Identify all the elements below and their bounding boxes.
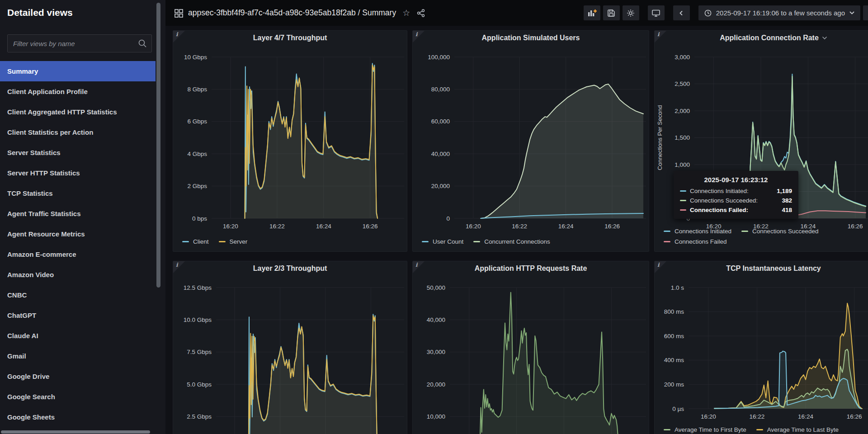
sidebar-item-agent-resource-metrics[interactable]: Agent Resource Metrics bbox=[0, 224, 156, 244]
sidebar-item-google-sheets[interactable]: Google Sheets bbox=[0, 407, 156, 427]
svg-text:16:24: 16:24 bbox=[798, 413, 813, 420]
sidebar-item-gmail[interactable]: Gmail bbox=[0, 346, 156, 366]
sidebar-item-server-statistics[interactable]: Server Statistics bbox=[0, 142, 156, 163]
panel-title[interactable]: Application Simulated Users bbox=[482, 34, 580, 42]
panel-title-chevron-down-icon[interactable] bbox=[822, 36, 827, 40]
application-simulated-users-chart[interactable]: 100,00080,00060,00040,00020,000016:2016:… bbox=[413, 31, 649, 251]
legend-item-average-time-to-last-byte[interactable]: Average Time to Last Byte bbox=[756, 426, 839, 433]
svg-text:3,000: 3,000 bbox=[675, 54, 690, 61]
svg-text:50,000: 50,000 bbox=[427, 284, 445, 291]
time-shift-forward-button[interactable] bbox=[863, 5, 868, 20]
add-panel-button[interactable] bbox=[584, 5, 600, 20]
layer-2-3-throughput-chart[interactable]: 12.5 Gbps10.0 Gbps7.5 Gbps5.0 Gbps2.5 Gb… bbox=[173, 261, 407, 434]
panel-info-icon[interactable]: i bbox=[413, 261, 425, 273]
panel-layer-2-3-throughput: i Layer 2/3 Throughput 12.5 Gbps10.0 Gbp… bbox=[173, 261, 407, 434]
chart-legend: ClientServer bbox=[182, 238, 402, 245]
sidebar-item-client-application-profile[interactable]: Client Application Profile bbox=[0, 81, 156, 102]
svg-text:16:26: 16:26 bbox=[363, 223, 378, 230]
panel-info-icon[interactable]: i bbox=[173, 31, 185, 42]
tooltip-row: Connections Failed: 418 bbox=[680, 207, 792, 213]
sidebar-item-agent-traffic-statistics[interactable]: Agent Traffic Statistics bbox=[0, 203, 156, 224]
sidebar-item-tcp-statistics[interactable]: TCP Statistics bbox=[0, 183, 156, 203]
sidebar-item-amazon-e-commerce[interactable]: Amazon E-commerce bbox=[0, 244, 156, 264]
tv-kiosk-button[interactable] bbox=[648, 5, 665, 20]
panel-title[interactable]: Layer 4/7 Throughput bbox=[253, 34, 327, 42]
sidebar-item-summary[interactable]: Summary bbox=[0, 61, 156, 81]
chart-legend: Connections InitiatedConnections Succeed… bbox=[664, 228, 868, 245]
filter-views-box bbox=[7, 34, 152, 52]
sidebar-vertical-scrollbar[interactable] bbox=[156, 3, 160, 288]
svg-text:Connections Per Second: Connections Per Second bbox=[656, 105, 663, 170]
legend-item-connections-failed[interactable]: Connections Failed bbox=[664, 238, 727, 245]
panel-info-icon[interactable]: i bbox=[413, 31, 425, 42]
save-dashboard-button[interactable] bbox=[603, 5, 620, 20]
series-color-dash bbox=[680, 209, 686, 211]
sidebar-item-google-drive[interactable]: Google Drive bbox=[0, 366, 156, 387]
share-icon[interactable] bbox=[416, 9, 425, 18]
panel-layer-4-7-throughput: i Layer 4/7 Throughput 10 Gbps8 Gbps6 Gb… bbox=[173, 30, 407, 252]
svg-text:0: 0 bbox=[446, 215, 450, 222]
svg-text:600 ms: 600 ms bbox=[664, 333, 684, 340]
sidebar-item-server-http-statistics[interactable]: Server HTTP Statistics bbox=[0, 163, 156, 183]
panel-info-icon[interactable]: i bbox=[173, 261, 185, 273]
svg-text:1.0 s: 1.0 s bbox=[671, 284, 684, 291]
svg-text:40,000: 40,000 bbox=[431, 151, 450, 157]
sidebar-item-cnbc[interactable]: CNBC bbox=[0, 285, 156, 305]
panel-title[interactable]: TCP Instantaneous Latency bbox=[726, 264, 821, 273]
sidebar-horizontal-scrollbar[interactable] bbox=[1, 430, 150, 434]
svg-text:800 ms: 800 ms bbox=[664, 308, 684, 315]
application-http-requests-rate-chart[interactable]: 50,00040,00030,00020,00010,000016:2016:2… bbox=[413, 261, 649, 434]
sidebar-item-google-search[interactable]: Google Search bbox=[0, 387, 156, 407]
panel-title[interactable]: Layer 2/3 Throughput bbox=[253, 264, 327, 273]
chart-legend: User CountConcurrent Connections bbox=[422, 238, 644, 245]
legend-item-concurrent-connections[interactable]: Concurrent Connections bbox=[473, 238, 550, 245]
svg-text:2,500: 2,500 bbox=[675, 80, 690, 87]
svg-text:100,000: 100,000 bbox=[428, 54, 450, 61]
svg-text:80,000: 80,000 bbox=[431, 86, 450, 93]
sidebar-item-amazon-video[interactable]: Amazon Video bbox=[0, 264, 156, 285]
layer-4-7-throughput-chart[interactable]: 10 Gbps8 Gbps6 Gbps4 Gbps2 Gbps0 bps16:2… bbox=[173, 31, 407, 251]
time-shift-back-button[interactable] bbox=[673, 5, 690, 20]
sidebar-item-chatgpt[interactable]: ChatGPT bbox=[0, 305, 156, 326]
filter-views-input[interactable] bbox=[7, 34, 152, 52]
star-icon[interactable]: ☆ bbox=[402, 9, 410, 17]
svg-text:16:22: 16:22 bbox=[750, 413, 765, 420]
panel-info-icon[interactable]: i bbox=[655, 31, 666, 42]
legend-item-client[interactable]: Client bbox=[182, 238, 209, 245]
svg-text:7.5 Gbps: 7.5 Gbps bbox=[187, 349, 212, 355]
legend-item-average-time-to-first-byte[interactable]: Average Time to First Byte bbox=[664, 426, 746, 433]
svg-text:20,000: 20,000 bbox=[431, 183, 450, 189]
legend-item-user-count[interactable]: User Count bbox=[422, 238, 463, 245]
search-icon bbox=[137, 38, 147, 48]
sidebar-item-claude-ai[interactable]: Claude AI bbox=[0, 326, 156, 346]
tooltip-row: Connections Succeeded: 382 bbox=[680, 197, 792, 204]
svg-text:60,000: 60,000 bbox=[431, 118, 450, 125]
panel-title[interactable]: Application Connection Rate bbox=[720, 34, 819, 42]
sidebar: Detailed views SummaryClient Application… bbox=[0, 0, 165, 434]
tcp-instantaneous-latency-chart[interactable]: 1.0 s800 ms600 ms400 ms200 ms0 µs16:2016… bbox=[655, 261, 868, 434]
legend-item-connections-succeeded[interactable]: Connections Succeeded bbox=[741, 228, 818, 235]
panel-info-icon[interactable]: i bbox=[655, 261, 666, 273]
panel-application-http-requests-rate: i Application HTTP Requests Rate 50,0004… bbox=[412, 261, 649, 434]
svg-text:1,000: 1,000 bbox=[675, 161, 690, 168]
svg-text:400 ms: 400 ms bbox=[664, 357, 684, 363]
svg-text:40,000: 40,000 bbox=[427, 316, 445, 323]
topbar-actions: 2025-09-17 16:19:06 to a few seconds ago bbox=[584, 5, 868, 20]
sidebar-item-client-aggregated-http-statistics[interactable]: Client Aggregated HTTP Statistics bbox=[0, 102, 156, 122]
legend-item-server[interactable]: Server bbox=[219, 238, 248, 245]
svg-text:0 µs: 0 µs bbox=[672, 406, 684, 412]
dashboard-settings-button[interactable] bbox=[623, 5, 639, 20]
legend-item-connections-initiated[interactable]: Connections Initiated bbox=[664, 228, 731, 235]
legend-series-dash bbox=[741, 231, 748, 232]
sidebar-item-client-statistics-per-action[interactable]: Client Statistics per Action bbox=[0, 122, 156, 142]
legend-series-dash bbox=[473, 241, 480, 242]
svg-text:16:24: 16:24 bbox=[558, 223, 574, 230]
dashboard-title[interactable]: appsec-3fbbf4f9-af7c-4a5d-a98c-93e5ab18f… bbox=[188, 8, 396, 18]
svg-text:10.0 Gbps: 10.0 Gbps bbox=[184, 316, 212, 323]
svg-text:2,000: 2,000 bbox=[675, 108, 690, 114]
time-range-picker[interactable]: 2025-09-17 16:19:06 to a few seconds ago bbox=[698, 5, 860, 20]
apps-grid-icon[interactable] bbox=[174, 8, 184, 18]
panel-title[interactable]: Application HTTP Requests Rate bbox=[475, 264, 587, 273]
legend-series-dash bbox=[219, 241, 226, 242]
clock-icon bbox=[704, 9, 712, 17]
